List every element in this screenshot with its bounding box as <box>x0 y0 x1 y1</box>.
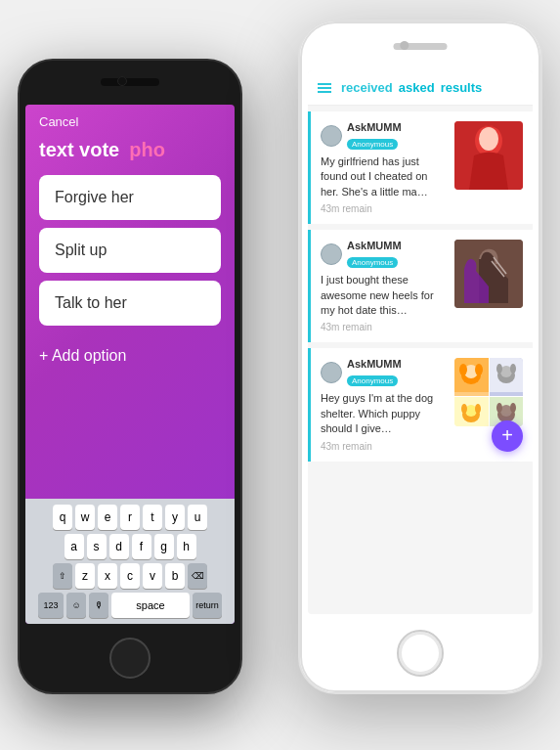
home-button-black[interactable] <box>109 638 151 679</box>
key-b[interactable]: b <box>165 563 185 589</box>
key-e[interactable]: e <box>98 505 117 530</box>
vote-option-1[interactable]: Forgive her <box>39 175 221 220</box>
feed-left-1: AskMUMM Anonymous My girlfriend has just… <box>321 121 447 214</box>
username-2: AskMUMM Anonymous <box>347 240 402 269</box>
tab-results[interactable]: results <box>441 78 483 97</box>
feed-left-3: AskMUMM Anonymous Hey guys I'm at the do… <box>321 358 447 451</box>
key-c[interactable]: c <box>120 563 140 589</box>
key-g[interactable]: g <box>154 534 174 559</box>
feed-text-2: I just bought these awesome new heels fo… <box>321 273 447 318</box>
key-f[interactable]: f <box>132 534 151 559</box>
svg-point-25 <box>510 403 516 413</box>
photo-tab[interactable]: pho <box>129 139 165 161</box>
key-h[interactable]: h <box>177 534 196 559</box>
keyboard-row-3: ⇧ z x c v b ⌫ <box>29 563 231 589</box>
user-row-3: AskMUMM Anonymous <box>321 358 447 387</box>
key-s[interactable]: s <box>87 534 107 559</box>
feed-time-2: 43m remain <box>321 322 447 332</box>
key-a[interactable]: a <box>65 534 84 559</box>
keyboard-row-1: q w e r t y u <box>29 505 231 530</box>
feed-image-2 <box>454 240 523 308</box>
user-row-1: AskMUMM Anonymous <box>321 121 447 151</box>
key-r[interactable]: r <box>120 505 140 530</box>
username-3: AskMUMM Anonymous <box>347 358 402 387</box>
vote-title: text vote <box>39 139 119 161</box>
key-return[interactable]: return <box>193 593 222 618</box>
vote-option-3[interactable]: Talk to her <box>39 281 221 326</box>
svg-point-15 <box>510 364 516 374</box>
svg-point-24 <box>496 403 502 413</box>
tab-received[interactable]: received <box>341 78 393 97</box>
red-hood-image <box>454 121 523 190</box>
feed-time-3: 43m remain <box>321 441 447 452</box>
keyboard-row-2: a s d f g h <box>29 534 231 559</box>
svg-point-18 <box>465 405 477 417</box>
svg-point-14 <box>496 364 502 374</box>
feed-image-3 <box>454 358 523 426</box>
screen-white: received asked results AskMUMM Anonymous… <box>308 70 533 614</box>
avatar-2 <box>321 243 342 265</box>
white-phone: received asked results AskMUMM Anonymous… <box>298 20 542 694</box>
svg-point-20 <box>475 404 481 414</box>
key-v[interactable]: v <box>143 563 162 589</box>
svg-point-10 <box>475 364 483 375</box>
avatar-1 <box>321 125 342 147</box>
key-y[interactable]: y <box>165 505 185 530</box>
key-space[interactable]: space <box>111 593 190 618</box>
vote-option-2[interactable]: Split up <box>39 228 221 273</box>
key-w[interactable]: w <box>75 505 95 530</box>
menu-icon[interactable] <box>318 83 331 93</box>
speaker-black <box>101 78 159 86</box>
key-u[interactable]: u <box>188 505 207 530</box>
tab-asked[interactable]: asked <box>399 78 435 97</box>
feed-text-1: My girlfriend has just found out I cheat… <box>321 154 447 199</box>
dog-image-tr <box>490 358 523 396</box>
user-row-2: AskMUMM Anonymous <box>321 240 447 269</box>
dog-image-tl <box>454 358 489 396</box>
key-q[interactable]: q <box>53 505 72 530</box>
key-emoji[interactable]: ☺ <box>66 593 86 618</box>
red-hood-svg <box>454 121 523 190</box>
home-button-white[interactable] <box>397 630 444 677</box>
boots-svg <box>454 240 523 308</box>
camera-white <box>400 41 409 50</box>
key-mic[interactable]: 🎙 <box>89 593 108 618</box>
boots-image <box>454 240 523 308</box>
username-1: AskMUMM Anonymous <box>347 121 402 151</box>
key-delete[interactable]: ⌫ <box>188 563 207 589</box>
add-option-button[interactable]: + Add option <box>25 333 235 378</box>
key-x[interactable]: x <box>98 563 117 589</box>
screen-scroll: received asked results AskMUMM Anonymous… <box>308 70 533 614</box>
feed-item-3[interactable]: AskMUMM Anonymous Hey guys I'm at the do… <box>308 348 533 461</box>
svg-point-2 <box>479 127 498 151</box>
avatar-3 <box>321 362 342 383</box>
key-numbers[interactable]: 123 <box>38 593 64 618</box>
key-t[interactable]: t <box>143 505 162 530</box>
vote-header: text vote pho <box>25 135 235 175</box>
screen-black: Cancel text vote pho Forgive her Split u… <box>25 105 235 624</box>
feed-item-1[interactable]: AskMUMM Anonymous My girlfriend has just… <box>308 111 533 224</box>
feed-time-1: 43m remain <box>321 203 447 214</box>
keyboard-row-4: 123 ☺ 🎙 space return <box>29 593 231 618</box>
black-phone: Cancel text vote pho Forgive her Split u… <box>18 59 242 694</box>
camera-black <box>117 76 127 86</box>
key-z[interactable]: z <box>75 563 95 589</box>
nav-bar: received asked results <box>308 70 533 106</box>
key-d[interactable]: d <box>109 534 129 559</box>
svg-point-19 <box>461 404 467 414</box>
feed-left-2: AskMUMM Anonymous I just bought these aw… <box>321 240 447 332</box>
cancel-button[interactable]: Cancel <box>25 105 235 135</box>
keyboard: q w e r t y u a s d f g h ⇧ z x c v <box>25 499 235 624</box>
key-shift[interactable]: ⇧ <box>53 563 72 589</box>
fab-add-button[interactable]: + <box>492 420 523 452</box>
feed-item-2[interactable]: AskMUMM Anonymous I just bought these aw… <box>308 230 533 342</box>
svg-point-9 <box>459 364 467 375</box>
dog-image-bl <box>454 397 489 426</box>
feed-image-1 <box>454 121 523 190</box>
feed-text-3: Hey guys I'm at the dog shelter. Which p… <box>321 391 447 436</box>
